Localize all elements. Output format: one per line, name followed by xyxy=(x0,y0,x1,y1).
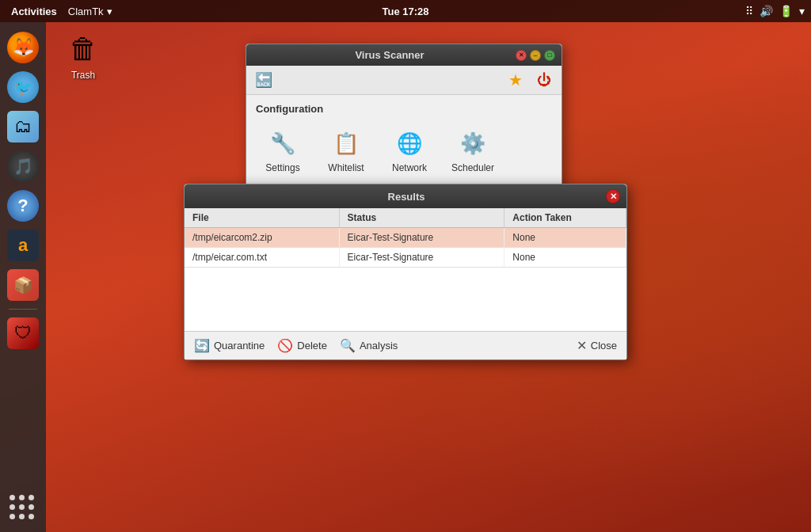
scheduler-label: Scheduler xyxy=(451,162,494,173)
results-titlebar: Results ✕ xyxy=(185,184,626,208)
results-close-btn[interactable]: ✕ xyxy=(606,189,620,203)
delete-icon: 🚫 xyxy=(277,338,293,353)
whitelist-label: Whitelist xyxy=(328,162,364,173)
sidebar-item-firefox[interactable] xyxy=(6,30,40,65)
sidebar-item-apps-grid[interactable] xyxy=(6,491,40,526)
apps-grid-icon xyxy=(9,494,37,522)
results-window: Results ✕ File Status Action Taken /tmp/… xyxy=(184,184,627,360)
configuration-section-title: Configuration xyxy=(256,103,552,115)
results-empty-area xyxy=(185,268,626,331)
results-body: File Status Action Taken /tmp/eicarcom2.… xyxy=(185,208,626,331)
thunderbird-icon xyxy=(7,71,39,103)
settings-icon: 🔧 xyxy=(267,127,299,159)
dock-separator xyxy=(9,309,37,310)
battery-icon[interactable]: 🔋 xyxy=(779,5,793,17)
cell-status: Eicar-Test-Signature xyxy=(339,228,504,248)
config-whitelist[interactable]: 📋 Whitelist xyxy=(322,127,370,173)
sidebar-item-files[interactable]: 🗂 xyxy=(6,109,40,144)
help-icon: ? xyxy=(7,190,39,222)
sidebar-item-amazon[interactable]: a xyxy=(6,228,40,263)
rhythmbox-icon: 🎵 xyxy=(7,150,39,182)
appstore-icon: 📦 xyxy=(7,269,39,301)
cell-file: /tmp/eicar.com.txt xyxy=(185,248,339,268)
sidebar-dock: 🗂 🎵 ? a 📦 🛡 xyxy=(0,22,46,532)
cell-status: Eicar-Test-Signature xyxy=(339,248,504,268)
analysis-btn-label: Analysis xyxy=(360,340,398,352)
sidebar-item-thunderbird[interactable] xyxy=(6,70,40,104)
network-indicator-icon[interactable]: ⠿ xyxy=(745,5,753,17)
top-panel: Activities ClamTk ▾ Tue 17:28 ⠿ 🔊 🔋 ▾ xyxy=(0,0,811,22)
results-title: Results xyxy=(207,191,606,203)
window-max-btn[interactable]: □ xyxy=(544,50,555,61)
close-x-icon: ✕ xyxy=(577,338,587,353)
delete-label: Delete xyxy=(297,340,327,352)
config-network[interactable]: 🌐 Network xyxy=(386,127,433,173)
table-row[interactable]: /tmp/eicar.com.txtEicar-Test-SignatureNo… xyxy=(185,248,626,268)
sidebar-item-help[interactable]: ? xyxy=(6,188,40,223)
close-button[interactable]: ✕ Close xyxy=(577,338,617,353)
quarantine-label: Quarantine xyxy=(214,340,265,352)
col-file: File xyxy=(185,208,339,228)
config-settings[interactable]: 🔧 Settings xyxy=(259,127,307,173)
app-menu[interactable]: ClamTk ▾ xyxy=(68,6,112,17)
toolbar-star-btn[interactable]: ★ xyxy=(504,69,527,91)
quarantine-button[interactable]: 🔄 Quarantine xyxy=(194,338,265,353)
analysis-search-icon: 🔍 xyxy=(340,338,356,353)
app-menu-arrow: ▾ xyxy=(107,6,112,17)
delete-button[interactable]: 🚫 Delete xyxy=(277,338,327,353)
trash-label: Trash xyxy=(71,70,95,81)
configuration-icons: 🔧 Settings 📋 Whitelist 🌐 Network ⚙️ Sche… xyxy=(256,121,552,180)
desktop-trash[interactable]: 🗑 Trash xyxy=(59,30,107,81)
virus-scanner-titlebar: Virus Scanner ✕ – □ xyxy=(246,44,562,66)
network-label: Network xyxy=(392,162,427,173)
activities-button[interactable]: Activities xyxy=(6,6,62,17)
system-menu-icon[interactable]: ▾ xyxy=(799,5,805,17)
quarantine-icon: 🔄 xyxy=(194,338,210,353)
panel-clock: Tue 17:28 xyxy=(382,6,428,17)
window-controls: ✕ – □ xyxy=(516,50,555,61)
window-close-btn[interactable]: ✕ xyxy=(516,50,527,61)
col-action: Action Taken xyxy=(504,208,626,228)
network-icon: 🌐 xyxy=(394,127,425,159)
toolbar-back-btn[interactable]: 🔙 xyxy=(253,69,275,91)
app-menu-label: ClamTk xyxy=(68,6,104,17)
scheduler-icon: ⚙️ xyxy=(457,127,489,159)
volume-icon[interactable]: 🔊 xyxy=(760,5,773,17)
results-footer: 🔄 Quarantine 🚫 Delete 🔍 Analysis ✕ Close xyxy=(185,331,626,359)
trash-icon: 🗑 xyxy=(64,30,102,68)
firefox-icon xyxy=(7,32,39,63)
results-table: File Status Action Taken /tmp/eicarcom2.… xyxy=(185,208,626,268)
settings-label: Settings xyxy=(265,162,299,173)
sidebar-item-appstore[interactable]: 📦 xyxy=(6,268,40,302)
toolbar-power-btn[interactable]: ⏻ xyxy=(533,69,555,91)
whitelist-icon: 📋 xyxy=(330,127,362,159)
cell-action: None xyxy=(504,248,626,268)
config-scheduler[interactable]: ⚙️ Scheduler xyxy=(449,127,497,173)
sidebar-item-clamtk[interactable]: 🛡 xyxy=(6,316,40,351)
analysis-button[interactable]: 🔍 Analysis xyxy=(340,338,398,353)
sidebar-item-rhythmbox[interactable]: 🎵 xyxy=(6,149,40,184)
cell-action: None xyxy=(504,228,626,248)
amazon-icon: a xyxy=(7,230,39,261)
col-status: Status xyxy=(339,208,504,228)
cell-file: /tmp/eicarcom2.zip xyxy=(185,228,339,248)
clamtk-icon: 🛡 xyxy=(7,317,39,349)
close-label: Close xyxy=(591,340,617,352)
window-toolbar: 🔙 ★ ⏻ xyxy=(246,66,562,95)
files-icon: 🗂 xyxy=(7,111,39,142)
table-row[interactable]: /tmp/eicarcom2.zipEicar-Test-SignatureNo… xyxy=(185,228,626,248)
window-min-btn[interactable]: – xyxy=(530,50,541,61)
virus-scanner-title: Virus Scanner xyxy=(264,49,516,61)
